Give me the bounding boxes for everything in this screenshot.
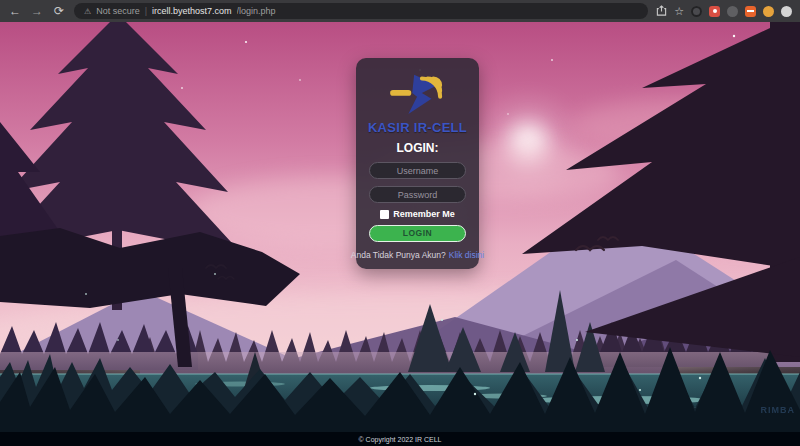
forward-icon[interactable]: → <box>30 0 44 22</box>
login-heading: LOGIN: <box>397 141 439 155</box>
extension-icon[interactable] <box>745 6 756 17</box>
omnibox-divider: | <box>145 6 147 16</box>
browser-toolbar: ← → ⟳ ⚠ Not secure | ircell.byethost7.co… <box>0 0 800 22</box>
brand-title: KASIR IR-CELL <box>368 120 467 135</box>
copyright-text: © Copyright 2022 IR CELL <box>359 436 442 443</box>
url-host[interactable]: ircell.byethost7.com <box>152 6 232 16</box>
address-bar[interactable]: ⚠ Not secure | ircell.byethost7.com /log… <box>74 3 648 19</box>
share-icon[interactable] <box>656 2 667 20</box>
reload-icon[interactable]: ⟳ <box>52 0 66 22</box>
artist-watermark: RIMBA <box>761 405 796 415</box>
signup-row: Anda Tidak Punya Akun?Klik disini <box>351 250 484 260</box>
password-input[interactable] <box>369 186 466 203</box>
remember-me-row: Remember Me <box>380 209 455 219</box>
security-label[interactable]: Not secure <box>96 6 140 16</box>
url-path[interactable]: /login.php <box>237 6 639 16</box>
back-icon[interactable]: ← <box>8 0 22 22</box>
extension-icon[interactable] <box>709 6 720 17</box>
login-button[interactable]: LOGIN <box>369 225 466 242</box>
kasir-ircell-logo-icon <box>387 66 449 116</box>
toolbar-actions: ☆ <box>656 2 792 20</box>
login-card: KASIR IR-CELL LOGIN: Remember Me LOGIN A… <box>356 58 479 269</box>
bookmark-star-icon[interactable]: ☆ <box>674 5 684 18</box>
not-secure-warning-icon: ⚠ <box>84 7 91 16</box>
extension-icon[interactable] <box>691 6 702 17</box>
remember-me-checkbox[interactable] <box>380 210 389 219</box>
username-input[interactable] <box>369 162 466 179</box>
page-footer: © Copyright 2022 IR CELL <box>0 432 800 446</box>
extensions-puzzle-icon[interactable] <box>781 6 792 17</box>
signup-prompt: Anda Tidak Punya Akun? <box>351 250 446 260</box>
profile-avatar[interactable] <box>763 6 774 17</box>
extension-icon[interactable] <box>727 6 738 17</box>
remember-me-label[interactable]: Remember Me <box>393 209 455 219</box>
signup-link[interactable]: Klik disini <box>449 250 484 260</box>
